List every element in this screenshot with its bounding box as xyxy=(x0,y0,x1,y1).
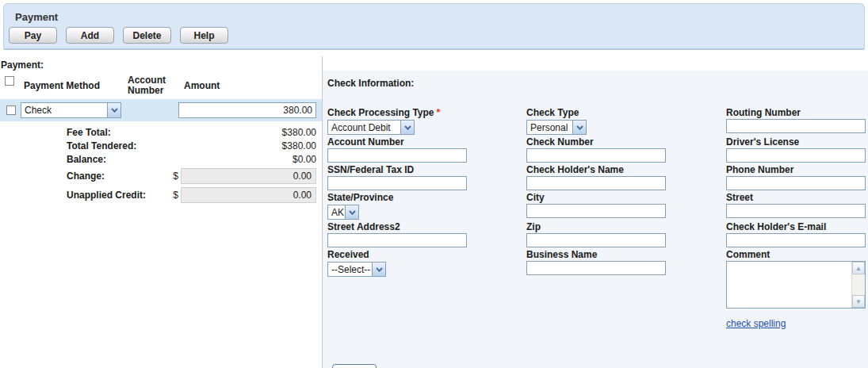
chevron-down-icon xyxy=(400,121,414,134)
check-holders-email-input[interactable] xyxy=(726,233,866,247)
street-label: Street xyxy=(726,192,868,203)
required-marker: * xyxy=(437,107,441,118)
routing-number-input[interactable] xyxy=(726,119,866,133)
street-address2-label: Street Address2 xyxy=(327,221,526,232)
routing-number-label: Routing Number xyxy=(726,107,868,118)
total-tendered-label: Total Tendered: xyxy=(67,140,136,151)
check-type-select[interactable]: Personal xyxy=(526,120,587,135)
balance-value: $0.00 xyxy=(293,154,316,165)
field-phone-number: Phone Number xyxy=(726,164,868,190)
field-received: Received --Select-- xyxy=(327,249,526,329)
payment-method-select[interactable]: Check xyxy=(21,102,121,118)
chevron-down-icon xyxy=(345,205,358,219)
column-header-amount: Amount xyxy=(184,81,322,91)
account-number-input[interactable] xyxy=(327,148,467,163)
field-drivers-license: Driver's License xyxy=(726,136,868,163)
field-city: City xyxy=(526,192,726,220)
check-type-label: Check Type xyxy=(526,107,726,118)
main-content: Payment: Payment Method Account Number A… xyxy=(0,56,868,368)
help-button[interactable]: Help xyxy=(180,27,228,44)
payment-toolbar: Payment Pay Add Delete Help xyxy=(3,3,865,50)
phone-number-label: Phone Number xyxy=(726,164,868,175)
state-province-label: State/Province xyxy=(327,192,526,203)
ssn-input[interactable] xyxy=(327,176,467,190)
column-header-account-number: Account Number xyxy=(128,75,175,96)
payment-totals: Fee Total: $380.00 Total Tendered: $380.… xyxy=(0,125,322,204)
business-name-label: Business Name xyxy=(526,249,726,260)
total-tendered-value: $380.00 xyxy=(282,140,316,151)
field-check-processing-type: Check Processing Type* Account Debit xyxy=(327,107,526,135)
state-province-select[interactable]: AK xyxy=(327,205,359,220)
drivers-license-input[interactable] xyxy=(726,148,866,163)
account-number-label: Account Number xyxy=(327,136,526,148)
field-check-holders-name: Check Holder's Name xyxy=(526,164,726,190)
payment-section-label: Payment: xyxy=(1,59,322,71)
comment-label: Comment xyxy=(726,249,868,260)
chevron-down-icon xyxy=(107,103,120,117)
row-checkbox[interactable] xyxy=(6,105,16,115)
pay-button[interactable]: Pay xyxy=(9,27,57,44)
ssn-label: SSN/Federal Tax ID xyxy=(327,164,526,175)
business-name-input[interactable] xyxy=(526,261,666,275)
field-check-type: Check Type Personal xyxy=(526,107,726,135)
unapplied-credit-currency-symbol: $ xyxy=(173,190,178,201)
check-holders-name-input[interactable] xyxy=(526,176,666,190)
fee-total-label: Fee Total: xyxy=(67,127,111,138)
unapplied-credit-label: Unapplied Credit: xyxy=(67,190,146,201)
add-button[interactable]: Add xyxy=(66,27,114,44)
scroll-up-icon[interactable]: ▲ xyxy=(852,262,865,274)
fee-total-row: Fee Total: $380.00 xyxy=(0,125,322,139)
comment-textarea[interactable]: ▲ ▼ xyxy=(726,261,866,309)
check-holders-email-label: Check Holder's E-mail xyxy=(726,221,868,232)
save-button[interactable]: Save xyxy=(332,364,377,368)
check-number-label: Check Number xyxy=(526,136,726,148)
received-label: Received xyxy=(327,249,526,260)
field-zip: Zip xyxy=(526,221,726,247)
received-select[interactable]: --Select-- xyxy=(327,262,386,277)
field-street-address2: Street Address2 xyxy=(327,221,526,247)
field-routing-number: Routing Number xyxy=(726,107,868,135)
city-input[interactable] xyxy=(526,204,666,218)
select-all-checkbox[interactable] xyxy=(5,76,14,86)
drivers-license-label: Driver's License xyxy=(726,136,868,148)
unapplied-credit-input xyxy=(181,187,316,203)
check-information-panel: Check Information: Check Processing Type… xyxy=(323,56,868,368)
check-holders-name-label: Check Holder's Name xyxy=(526,164,726,175)
check-spelling-link[interactable]: check spelling xyxy=(726,318,786,329)
comment-scrollbar[interactable]: ▲ ▼ xyxy=(851,262,865,308)
amount-input[interactable] xyxy=(178,102,316,118)
change-row: Change: $ xyxy=(0,167,322,185)
field-ssn: SSN/Federal Tax ID xyxy=(327,164,526,190)
payment-table-header: Payment Method Account Number Amount xyxy=(0,75,322,96)
check-processing-type-select[interactable]: Account Debit xyxy=(327,120,415,135)
street-input[interactable] xyxy=(726,204,866,218)
fee-total-value: $380.00 xyxy=(282,127,316,138)
scroll-down-icon[interactable]: ▼ xyxy=(852,295,865,308)
field-account-number: Account Number xyxy=(327,136,526,163)
column-header-payment-method: Payment Method xyxy=(24,81,128,91)
payment-summary-panel: Payment: Payment Method Account Number A… xyxy=(0,56,323,368)
check-processing-type-label: Check Processing Type* xyxy=(327,107,526,118)
field-check-holders-email: Check Holder's E-mail xyxy=(726,221,868,247)
balance-row: Balance: $0.00 xyxy=(0,152,322,166)
zip-label: Zip xyxy=(526,221,726,232)
zip-input[interactable] xyxy=(526,233,666,247)
check-number-input[interactable] xyxy=(526,148,666,163)
delete-button[interactable]: Delete xyxy=(123,27,171,44)
city-label: City xyxy=(526,192,726,203)
field-check-number: Check Number xyxy=(526,136,726,163)
phone-number-input[interactable] xyxy=(726,176,866,190)
toolbar-buttons: Pay Add Delete Help xyxy=(4,23,864,44)
field-state-province: State/Province AK xyxy=(327,192,526,220)
check-information-title: Check Information: xyxy=(327,78,868,89)
payment-row: Check xyxy=(0,99,322,121)
chevron-down-icon xyxy=(572,121,586,134)
payment-method-selected: Check xyxy=(21,103,107,117)
field-business-name: Business Name xyxy=(526,249,726,329)
balance-label: Balance: xyxy=(67,154,106,165)
change-label: Change: xyxy=(67,171,105,182)
street-address2-input[interactable] xyxy=(327,233,467,247)
field-street: Street xyxy=(726,192,868,220)
field-comment: Comment ▲ ▼ check spelling xyxy=(726,249,868,329)
change-input xyxy=(181,168,316,184)
